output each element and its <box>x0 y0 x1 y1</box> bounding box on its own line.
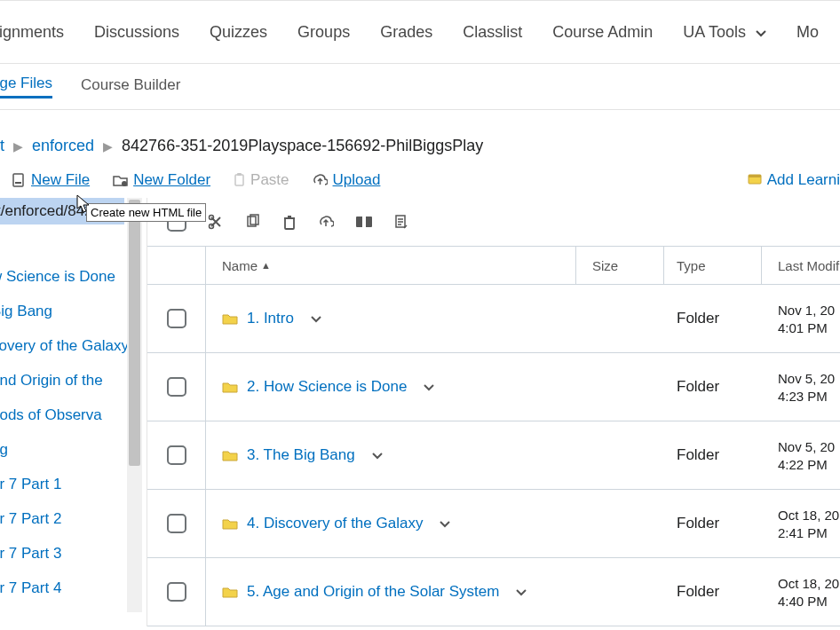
cell-type: Folder <box>664 285 762 352</box>
tab-course-builder[interactable]: Course Builder <box>81 76 180 98</box>
sub-nav: age Files Course Builder <box>0 64 840 110</box>
tree-item[interactable]: er 7 Part 4 <box>0 571 138 605</box>
breadcrumb-sep-icon: ▶ <box>13 139 23 154</box>
new-folder-icon <box>113 174 128 186</box>
new-file-label: New File <box>31 171 90 189</box>
folder-name: 4. Discovery of the Galaxy <box>247 515 423 532</box>
tree-item[interactable]: covery of the Galaxy <box>0 328 138 363</box>
tree-item[interactable]: er 7 Part 1 <box>0 467 138 501</box>
folder-name: 3. The Big Bang <box>247 446 355 464</box>
col-name-label: Name <box>222 258 258 273</box>
tooltip-new-file: Create new HTML file <box>86 203 206 222</box>
scrollbar-thumb[interactable] <box>129 200 140 466</box>
nav-quizzes[interactable]: Quizzes <box>210 23 267 42</box>
cell-modified: Nov 5, 204:22 PM <box>762 421 840 489</box>
tab-manage-files[interactable]: age Files <box>0 75 52 98</box>
row-checkbox[interactable] <box>167 514 186 533</box>
col-size-header[interactable]: Size <box>576 247 664 284</box>
svg-point-2 <box>122 181 127 186</box>
chevron-down-icon[interactable] <box>423 378 435 396</box>
table-header: Name ▲ Size Type Last Modif <box>147 246 840 285</box>
copy-icon[interactable] <box>245 214 261 230</box>
breadcrumb-1[interactable]: nt <box>0 137 4 155</box>
tree-item[interactable]: Big Bang <box>0 294 138 328</box>
new-folder-button[interactable]: New Folder <box>113 171 210 189</box>
col-type-header[interactable]: Type <box>664 247 762 284</box>
row-checkbox[interactable] <box>167 582 186 602</box>
nav-ua-tools-label: UA Tools <box>683 23 746 41</box>
breadcrumb-2[interactable]: enforced <box>32 137 94 155</box>
cell-type: Folder <box>664 558 762 626</box>
upload-label: Upload <box>333 171 381 189</box>
nav-course-admin[interactable]: Course Admin <box>552 23 653 42</box>
folder-name: 2. How Science is Done <box>247 378 407 396</box>
svg-rect-12 <box>362 217 366 227</box>
row-checkbox[interactable] <box>167 445 186 465</box>
folder-icon <box>222 312 238 325</box>
folder-icon <box>222 586 238 598</box>
new-file-button[interactable]: New File <box>12 171 90 189</box>
tree-item[interactable]: er 7 Part 2 <box>0 501 138 536</box>
tree-item[interactable]: hods of Observa <box>0 398 138 432</box>
cell-type: Folder <box>664 421 762 489</box>
folder-link[interactable]: 4. Discovery of the Galaxy <box>222 515 423 532</box>
col-modified-header[interactable]: Last Modif <box>762 247 840 284</box>
new-folder-label: New Folder <box>133 171 210 189</box>
tree-item[interactable]: o <box>0 224 138 259</box>
nav-groups[interactable]: Groups <box>297 23 350 42</box>
folder-link[interactable]: 3. The Big Bang <box>222 446 355 464</box>
row-checkbox[interactable] <box>167 377 186 397</box>
folder-link[interactable]: 2. How Science is Done <box>222 378 407 396</box>
file-listing: Name ▲ Size Type Last Modif 1. Intro Fol… <box>147 198 840 626</box>
chevron-down-icon[interactable] <box>439 515 451 532</box>
cell-modified: Oct 18, 202:41 PM <box>762 490 840 557</box>
chevron-down-icon[interactable] <box>515 583 527 601</box>
folder-link[interactable]: 5. Age and Origin of the Solar System <box>222 583 499 601</box>
cell-modified: Nov 5, 204:23 PM <box>762 353 840 421</box>
folder-tree: t/enforced/84276 o w Science is Done Big… <box>0 198 147 626</box>
add-learning-button[interactable]: Add Learni <box>748 171 840 189</box>
cut-icon[interactable] <box>208 214 224 230</box>
folder-icon <box>222 381 238 393</box>
add-learning-label: Add Learni <box>767 171 840 189</box>
nav-discussions[interactable]: Discussions <box>94 23 179 42</box>
main-split: t/enforced/84276 o w Science is Done Big… <box>0 198 840 626</box>
breadcrumb-sep-icon: ▶ <box>103 139 113 154</box>
paste-icon <box>234 173 245 187</box>
nav-grades[interactable]: Grades <box>380 23 432 42</box>
tree-item[interactable]: and Origin of the <box>0 363 138 398</box>
scrollbar-vertical[interactable] <box>127 198 142 612</box>
nav-ua-tools[interactable]: UA Tools <box>683 23 766 42</box>
tree-item[interactable]: w Science is Done <box>0 259 138 294</box>
folder-name: 5. Age and Origin of the Solar System <box>247 583 499 601</box>
file-toolbar: New File New Folder Paste Upload Add Lea… <box>0 168 840 198</box>
cell-type: Folder <box>664 490 762 557</box>
cell-modified: Oct 18, 204:40 PM <box>762 558 840 626</box>
folder-link[interactable]: 1. Intro <box>222 310 294 327</box>
new-file-icon <box>12 173 26 188</box>
bulk-edit-icon[interactable] <box>394 214 408 230</box>
svg-rect-6 <box>749 175 761 177</box>
upload-icon <box>313 174 328 187</box>
nav-classlist[interactable]: Classlist <box>463 23 522 42</box>
zip-icon[interactable] <box>355 216 373 228</box>
row-checkbox[interactable] <box>167 309 186 328</box>
cell-type: Folder <box>664 353 762 421</box>
chevron-down-icon[interactable] <box>371 446 384 464</box>
cell-modified: Nov 1, 204:01 PM <box>762 285 840 352</box>
top-nav: signments Discussions Quizzes Groups Gra… <box>0 0 840 64</box>
nav-assignments[interactable]: signments <box>0 23 64 42</box>
tree-item[interactable]: ng <box>0 432 138 467</box>
paste-button: Paste <box>234 171 289 189</box>
bulk-action-bar <box>147 198 840 246</box>
table-row: 1. Intro Folder Nov 1, 204:01 PM <box>147 285 840 353</box>
upload-action-icon[interactable] <box>318 215 334 229</box>
chevron-down-icon[interactable] <box>310 310 322 327</box>
nav-more[interactable]: Mo <box>796 23 819 42</box>
col-name-header[interactable]: Name ▲ <box>206 247 576 284</box>
upload-button[interactable]: Upload <box>313 171 381 189</box>
table-row: 5. Age and Origin of the Solar System Fo… <box>147 558 840 626</box>
delete-icon[interactable] <box>282 214 297 230</box>
tree-item[interactable]: er 7 Part 3 <box>0 536 138 571</box>
folder-icon <box>222 449 238 461</box>
